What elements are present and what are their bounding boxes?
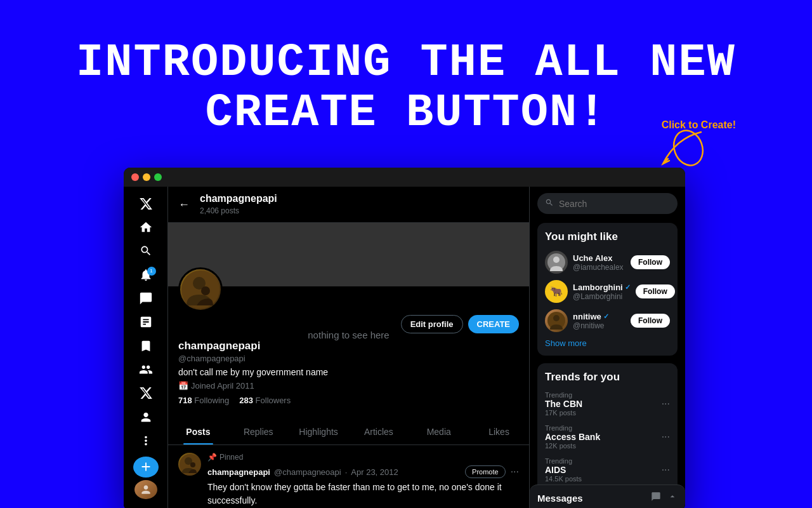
collapse-messages-icon[interactable] [667, 491, 678, 504]
sidebar: 1 [124, 187, 168, 508]
sidebar-create-button[interactable] [133, 457, 159, 478]
post-user-avatar [178, 453, 201, 476]
tab-posts[interactable]: Posts [168, 419, 228, 444]
sidebar-item-more[interactable] [133, 430, 159, 451]
post-item: 📌 Pinned champagnepapi @champagneoapi · … [168, 445, 529, 508]
sidebar-item-profile[interactable] [133, 406, 159, 427]
followers-stat[interactable]: 283 Followers [239, 396, 291, 405]
post-author-name: champagnepapi [207, 467, 270, 477]
profile-tabs: Posts Replies Highlights Articles Media … [168, 419, 529, 445]
user-suggestion-2: nnitiwe ✓ @nnitiwe Follow [545, 309, 670, 332]
follow-button-1[interactable]: Follow [636, 284, 675, 298]
profile-joined: Joined April 2011 [191, 381, 254, 391]
you-might-like-widget: You might like Uche Alex @iamuchealex Fo… [537, 223, 678, 356]
pinned-label: 📌 Pinned [207, 453, 519, 462]
browser-close-dot[interactable] [131, 173, 139, 181]
sugg-avatar-0 [545, 251, 568, 274]
trend-more-0[interactable]: ··· [662, 398, 670, 410]
sidebar-item-communities[interactable] [133, 359, 159, 380]
main-content: ← champagnepapi 2,406 posts [168, 187, 530, 508]
post-date: Apr 23, 2012 [351, 467, 398, 477]
edit-profile-button[interactable]: Edit profile [401, 315, 463, 333]
show-more-link[interactable]: Show more [545, 338, 670, 348]
profile-avatar-image [180, 269, 221, 310]
trend-item-1: Trending Access Bank 12K posts ··· [545, 424, 670, 450]
follow-button-0[interactable]: Follow [631, 255, 670, 269]
new-message-icon[interactable] [651, 491, 661, 504]
post-avatar-image [178, 453, 201, 476]
post-content: 📌 Pinned champagnepapi @champagneoapi · … [207, 453, 519, 508]
browser-minimize-dot[interactable] [143, 173, 150, 181]
profile-header-posts: 2,406 posts [200, 206, 239, 215]
sidebar-item-drafts[interactable] [133, 312, 159, 333]
svg-point-3 [201, 286, 210, 295]
sidebar-item-messages[interactable] [133, 288, 159, 309]
trend-more-2[interactable]: ··· [662, 464, 670, 476]
back-button[interactable]: ← [178, 198, 190, 211]
create-button[interactable]: CREATE [468, 315, 519, 333]
sugg-info-0: Uche Alex @iamuchealex [573, 253, 625, 272]
sugg-avatar-2 [545, 309, 568, 332]
sidebar-user-avatar[interactable] [134, 480, 157, 499]
profile-avatar [178, 267, 223, 312]
browser-titlebar [124, 168, 685, 187]
user-suggestion-1: 🐂 Lamborghini ✓ @Lamborghini Follow [545, 280, 670, 303]
profile-header-name: champagnepapi [200, 193, 277, 204]
following-stat[interactable]: 718 Following [178, 396, 229, 405]
sidebar-item-bookmarks[interactable] [133, 335, 159, 356]
messages-icons [651, 491, 678, 504]
post-text: They don't know they gotta be faster tha… [207, 481, 519, 507]
svg-text:🐂: 🐂 [550, 285, 563, 297]
svg-point-12 [553, 315, 560, 321]
notification-badge: 1 [147, 267, 156, 276]
profile-name: champagnepapi [178, 340, 519, 352]
calendar-icon: 📅 [178, 381, 188, 391]
tab-highlights[interactable]: Highlights [289, 419, 349, 444]
profile-details: nothing to see here Edit profile CREATE … [168, 286, 529, 419]
follow-button-2[interactable]: Follow [631, 314, 670, 328]
trends-title: Trends for you [545, 371, 670, 384]
trend-more-1[interactable]: ··· [662, 431, 670, 443]
sugg-info-2: nnitiwe ✓ @nnitiwe [573, 312, 625, 330]
verified-badge-2: ✓ [603, 312, 609, 321]
sidebar-item-x-logo[interactable] [133, 193, 159, 214]
sidebar-item-notifications[interactable]: 1 [133, 264, 159, 285]
browser-maximize-dot[interactable] [154, 173, 162, 181]
profile-bio: don't call me by my government name [178, 367, 519, 377]
sugg-name-2: nnitiwe ✓ [573, 312, 625, 321]
trend-item-2: Trending AIDS 14.5K posts ··· [545, 457, 670, 483]
profile-avatar-wrap [178, 267, 519, 312]
profile-header-nav: ← champagnepapi 2,406 posts [168, 187, 529, 223]
tab-articles[interactable]: Articles [348, 419, 409, 444]
arrow-annotation [638, 126, 714, 177]
profile-meta: 📅 Joined April 2011 [178, 381, 519, 391]
profile-stats: 718 Following 283 Followers [178, 396, 519, 405]
sugg-name-0: Uche Alex [573, 253, 625, 263]
twitter-layout: 1 [124, 187, 685, 508]
sidebar-item-search[interactable] [133, 241, 159, 262]
trend-item-0: Trending The CBN 17K posts ··· [545, 391, 670, 417]
sugg-info-1: Lamborghini ✓ @Lamborghini [573, 283, 631, 301]
post-more-icon[interactable]: ··· [511, 466, 519, 478]
sidebar-item-premium[interactable] [133, 383, 159, 404]
sugg-handle-0: @iamuchealex [573, 263, 625, 272]
tab-media[interactable]: Media [409, 419, 469, 444]
tab-likes[interactable]: Likes [469, 419, 529, 444]
search-input[interactable] [559, 199, 670, 209]
you-might-like-title: You might like [545, 231, 670, 243]
svg-point-0 [669, 126, 707, 170]
svg-point-6 [190, 462, 195, 467]
profile-header-info: champagnepapi 2,406 posts [200, 193, 277, 216]
headline-line1: INTRODUCING THE ALL NEW [0, 38, 812, 88]
sidebar-item-home[interactable] [133, 217, 159, 237]
search-bar [537, 193, 678, 214]
post-header: champagnepapi @champagneoapi · Apr 23, 2… [207, 465, 519, 478]
post-author-handle: @champagneoapi [274, 467, 341, 477]
post-user-info: champagnepapi @champagneoapi · Apr 23, 2… [207, 467, 398, 477]
profile-handle: @champagnepapi [178, 354, 519, 363]
browser-window: 1 [124, 168, 685, 508]
tab-replies[interactable]: Replies [228, 419, 289, 444]
promote-button[interactable]: Promote [465, 465, 506, 478]
messages-bar: Messages [530, 485, 685, 508]
svg-point-8 [553, 257, 560, 263]
